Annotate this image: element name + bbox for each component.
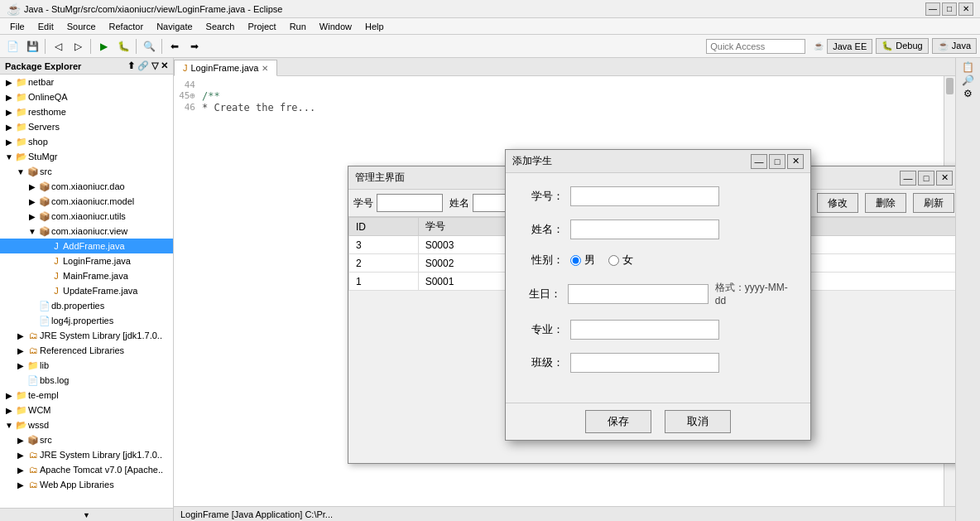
menu-search[interactable]: Search: [199, 18, 242, 34]
next-edit-button[interactable]: ➡: [185, 37, 204, 55]
java-ee-perspective[interactable]: Java EE: [827, 39, 872, 54]
sidebar-scroll-down[interactable]: ▼: [0, 508, 173, 521]
close-sidebar-icon[interactable]: ✕: [161, 60, 168, 71]
java-perspective[interactable]: ☕ Java: [932, 38, 977, 54]
menu-edit[interactable]: Edit: [31, 18, 60, 34]
cancel-button[interactable]: 取消: [665, 410, 731, 433]
sidebar-item-shop[interactable]: ▶ 📁 shop: [0, 134, 173, 149]
management-close-button[interactable]: ✕: [936, 171, 953, 186]
scrollbar-thumb[interactable]: [946, 78, 954, 94]
menu-refactor[interactable]: Refactor: [103, 18, 151, 34]
save-student-button[interactable]: 保存: [585, 410, 651, 433]
add-dialog-body: 学号： 姓名： 性别： 男: [506, 173, 810, 399]
management-minimize-button[interactable]: —: [900, 171, 916, 186]
name-input[interactable]: [570, 219, 719, 239]
sidebar-item-log4j-props[interactable]: 📄 log4j.properties: [0, 313, 173, 328]
sidebar-item-te-empl[interactable]: ▶ 📁 te-empl: [0, 388, 173, 403]
quick-access-input[interactable]: [706, 39, 805, 54]
gender-radio-group: 男 女: [570, 253, 633, 268]
sno-search-input[interactable]: [377, 194, 443, 212]
sidebar-item-wcm[interactable]: ▶ 📁 WCM: [0, 403, 173, 417]
sidebar-menu-icon[interactable]: ▽: [151, 60, 158, 71]
tab-bar: J LoginFrame.java ✕: [174, 58, 955, 76]
sidebar-item-lib[interactable]: ▶ 📁 lib: [0, 358, 173, 373]
sidebar-item-bbs-log[interactable]: 📄 bbs.log: [0, 373, 173, 388]
tab-close-button[interactable]: ✕: [262, 64, 268, 73]
props-icon: 📄: [38, 314, 51, 327]
back-button[interactable]: ◁: [49, 37, 67, 55]
gender-female-radio[interactable]: [608, 255, 619, 266]
sidebar-item-netbar[interactable]: ▶ 📁 netbar: [0, 75, 173, 89]
save-button[interactable]: 💾: [23, 37, 41, 55]
refresh-button[interactable]: 刷新: [913, 193, 954, 213]
window-title: Java - StuMgr/src/com/xiaoniucr/view/Log…: [24, 4, 282, 14]
sidebar-item-onlineqa[interactable]: ▶ 📁 OnlineQA: [0, 89, 173, 104]
link-icon[interactable]: 🔗: [137, 60, 149, 71]
gender-male-option[interactable]: 男: [570, 253, 595, 268]
gender-female-option[interactable]: 女: [608, 253, 633, 268]
menu-project[interactable]: Project: [241, 18, 282, 34]
sidebar-item-model[interactable]: ▶ 📦 com.xiaoniucr.model: [0, 194, 173, 209]
debug-button[interactable]: 🐛: [114, 37, 132, 55]
menu-window[interactable]: Window: [313, 18, 358, 34]
maximize-button[interactable]: □: [942, 2, 957, 16]
sidebar-item-addframe[interactable]: J AddFrame.java: [0, 239, 173, 253]
right-icon-2[interactable]: 🔎: [962, 75, 974, 86]
right-icon-1[interactable]: 📋: [962, 61, 974, 73]
add-close-button[interactable]: ✕: [787, 154, 804, 169]
sidebar-item-dao[interactable]: ▶ 📦 com.xiaoniucr.dao: [0, 179, 173, 194]
sidebar-item-reflibs[interactable]: ▶ 🗂 Referenced Libraries: [0, 343, 173, 358]
sidebar-item-src[interactable]: ▼ 📦 src: [0, 164, 173, 179]
prev-edit-button[interactable]: ⬅: [166, 37, 184, 55]
sidebar-item-servers[interactable]: ▶ 📁 Servers: [0, 119, 173, 134]
right-icon-3[interactable]: ⚙: [963, 88, 973, 99]
management-maximize-button[interactable]: □: [918, 171, 934, 186]
sidebar-item-mainframe[interactable]: J MainFrame.java: [0, 268, 173, 283]
console-text: LoginFrame [Java Application] C:\Pr...: [180, 509, 333, 519]
gender-male-radio[interactable]: [570, 255, 581, 266]
sidebar-item-jre[interactable]: ▶ 🗂 JRE System Library [jdk1.7.0..: [0, 328, 173, 343]
run-button[interactable]: ▶: [94, 37, 113, 55]
sidebar-item-wssd[interactable]: ▼ 📂 wssd: [0, 417, 173, 432]
sidebar-item-webapp-libs[interactable]: ▶ 🗂 Web App Libraries: [0, 477, 173, 492]
sidebar-item-view[interactable]: ▼ 📦 com.xiaoniucr.view: [0, 224, 173, 239]
menu-source[interactable]: Source: [60, 18, 103, 34]
birthday-input[interactable]: [568, 284, 709, 304]
major-input[interactable]: [570, 320, 719, 340]
arrow-icon: ▼: [26, 225, 38, 237]
menu-file[interactable]: File: [3, 18, 31, 34]
sidebar-item-utils[interactable]: ▶ 📦 com.xiaoniucr.utils: [0, 209, 173, 224]
sno-search-group: 学号: [353, 194, 443, 212]
add-maximize-button[interactable]: □: [769, 154, 785, 169]
item-label: netbar: [28, 77, 54, 87]
new-button[interactable]: 📄: [3, 37, 22, 55]
add-minimize-button[interactable]: —: [751, 154, 767, 169]
sidebar-item-apache-tomcat[interactable]: ▶ 🗂 Apache Tomcat v7.0 [Apache..: [0, 462, 173, 477]
arrow-icon: ▶: [26, 181, 38, 192]
sidebar-item-resthome[interactable]: ▶ 📁 resthome: [0, 104, 173, 119]
menu-help[interactable]: Help: [358, 18, 391, 34]
debug-perspective[interactable]: 🐛 Debug: [876, 38, 928, 54]
close-button[interactable]: ✕: [958, 2, 973, 16]
sidebar-item-loginframe[interactable]: J LoginFrame.java: [0, 253, 173, 268]
editor-tab-loginframe[interactable]: J LoginFrame.java ✕: [174, 60, 277, 76]
sidebar-item-wssd-jre[interactable]: ▶ 🗂 JRE System Library [jdk1.7.0..: [0, 447, 173, 462]
folder-icon: 📁: [15, 388, 28, 402]
collapse-icon[interactable]: ⬆: [127, 60, 135, 71]
sidebar-item-db-props[interactable]: 📄 db.properties: [0, 298, 173, 313]
gender-label: 性别：: [522, 253, 564, 268]
minimize-button[interactable]: —: [925, 2, 940, 16]
sidebar-item-wssd-src[interactable]: ▶ 📦 src: [0, 432, 173, 447]
sno-input[interactable]: [570, 186, 719, 206]
edit-button[interactable]: 修改: [817, 193, 858, 213]
sidebar-item-updateframe[interactable]: J UpdateFrame.java: [0, 283, 173, 298]
menu-run[interactable]: Run: [283, 18, 313, 34]
sidebar-item-stumgr[interactable]: ▼ 📂 StuMgr: [0, 149, 173, 164]
delete-button[interactable]: 删除: [865, 193, 906, 213]
class-input[interactable]: [570, 353, 719, 373]
menu-navigate[interactable]: Navigate: [150, 18, 199, 34]
search-button[interactable]: 🔍: [140, 37, 158, 55]
line-text: * Create the fre...: [202, 102, 315, 113]
forward-button[interactable]: ▷: [69, 37, 87, 55]
add-student-dialog[interactable]: 添加学生 — □ ✕ 学号： 姓名： 性别：: [505, 149, 811, 441]
